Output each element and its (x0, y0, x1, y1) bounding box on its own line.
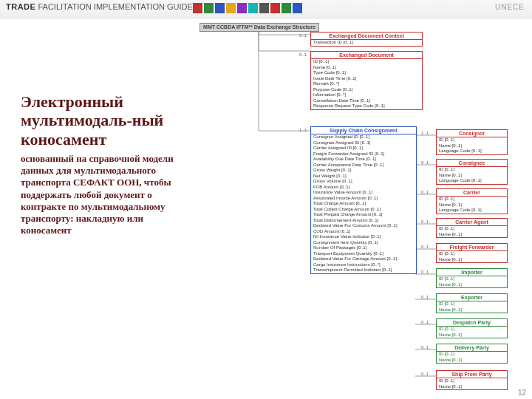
attribute-line: Total Collect Charge Amount [0..1] (311, 207, 416, 213)
slide-content: Электронный мультимодаль-ный коносамент … (0, 18, 532, 399)
box-exchanged-document-context: Exchanged Document Context Transaction I… (310, 32, 423, 47)
attribute-line: Consignee Assigned ID [0..1] (311, 140, 416, 146)
box-title: Consignee (437, 160, 507, 167)
attribute-line: Name [0..1] (437, 143, 507, 149)
box-forwarder: Freight ForwarderID [0..1]Name [0..1] (436, 243, 508, 263)
attribute-line: Declared Value For Carriage Amount [0..1… (311, 256, 416, 262)
cardinality: 0..1 (421, 372, 429, 376)
attribute-line: ID [0..1] (437, 378, 507, 384)
cardinality: 0..1 (299, 33, 307, 38)
cardinality: 0..1 (421, 270, 429, 274)
brand-logo: TRADE FACILITATION IMPLEMENTATION GUIDE (6, 2, 193, 11)
attribute-line: Response Request Type Code [0..1] (311, 103, 422, 109)
attribute-line: ID [0..1] (437, 327, 507, 332)
box-title: Freight Forwarder (437, 244, 507, 251)
attribute-line: ID [0..1] (437, 226, 507, 232)
attribute-line: Transaction ID [0..1] (311, 40, 422, 46)
attribute-line: Name [0..1] (437, 232, 507, 238)
attribute-line: ID [0..1] (437, 137, 507, 143)
brand-sub: FACILITATION IMPLEMENTATION GUIDE (38, 2, 192, 11)
box-title: Ship From Party (437, 371, 507, 378)
brand-main: TRADE (6, 2, 35, 11)
attribute-line: Name [0..1] (437, 384, 507, 390)
attribute-line: Name [0..1] (437, 307, 507, 313)
attribute-line: Gross Volume [0..1] (311, 179, 416, 185)
attribute-line: Freight Forwarder Assigned ID [0..1] (311, 151, 416, 157)
attribute-line: Nil Insurance Value Indicator [0..1] (311, 234, 416, 240)
attribute-line: Name [0..1] (437, 358, 507, 364)
attribute-line: Cancellation Date Time [0..1] (311, 98, 422, 104)
attribute-line: Insurance Value Amount [0..1] (311, 190, 416, 196)
attribute-line: ID [0..1] (437, 251, 507, 257)
attribute-line: Name [0..1] (437, 173, 507, 179)
box-consignee: ConsigneeID [0..1]Name [0..1]Language Co… (436, 159, 508, 185)
box-title: Importer (437, 269, 507, 276)
attribute-line: Name [0..1] (437, 257, 507, 263)
attribute-line: ID [0..1] (311, 59, 422, 65)
attribute-line: Name [0..1] (437, 332, 507, 338)
root-node: MMT CCBDA IFTM** Data Exchange Structure (200, 23, 319, 32)
attribute-line: Type Code [0..1] (311, 70, 422, 76)
slide-title: Электронный мультимодаль-ный коносамент (21, 92, 180, 149)
attribute-line: Associated Invoice Amount [0..1] (311, 196, 416, 202)
attribute-line: Net Weight [0..1] (311, 174, 416, 180)
cardinality: 1..1 (299, 128, 307, 132)
box-delivery: Delivery PartyID [0..1]Name [0..1] (436, 344, 508, 364)
attribute-line: Consignor Assigned ID [0..1] (311, 134, 416, 140)
attribute-line: Language Code [0..1] (437, 208, 507, 214)
attribute-line: COD Amount [0..1] (311, 229, 416, 235)
attribute-line: ID [0..1] (437, 197, 507, 202)
page-number: 12 (518, 389, 526, 397)
attribute-line: Issue Date Time [0..1] (311, 76, 422, 82)
box-shipfrom: Ship From PartyID [0..1]Name [0..1] (436, 370, 508, 390)
cardinality: 0..1 (421, 320, 429, 324)
attribute-line: Information [0..*] (311, 92, 422, 98)
box-title: Carrier (437, 189, 507, 197)
box-consignor: ConsignorID [0..1]Name [0..1]Language Co… (436, 129, 508, 155)
cardinality: 0..1 (421, 295, 429, 299)
box-title: Exporter (437, 294, 507, 301)
slide-text: Электронный мультимодаль-ный коносамент … (21, 92, 180, 237)
box-title: Exchanged Document Context (311, 33, 422, 40)
cardinality: 0..1 (421, 190, 429, 194)
box-supply-chain-consignment: Supply Chain Consignment Consignor Assig… (310, 126, 417, 274)
attribute-line: Remark [0..*] (311, 81, 422, 87)
cardinality: 0..1 (421, 245, 429, 249)
attribute-line: Gross Weight [0..1] (311, 168, 416, 174)
box-exporter: ExporterID [0..1]Name [0..1] (436, 293, 508, 313)
attribute-line: Cargo Insurance Instructions [0..*] (311, 262, 416, 268)
attribute-line: Language Code [0..1] (437, 178, 507, 184)
box-title: Supply Chain Consignment (311, 127, 416, 134)
box-title: Carrier Agent (437, 219, 507, 226)
attribute-line: ID [0..1] (437, 276, 507, 282)
attribute-line: Purpose Code [0..1] (311, 87, 422, 93)
cardinality: 0..1 (421, 219, 429, 224)
attribute-line: Name [0..1] (437, 282, 507, 288)
attribute-line: Availability Due Date Time [0..1] (311, 157, 416, 163)
org-label: UNECE (495, 3, 525, 11)
color-stripe (192, 3, 303, 13)
attribute-line: Name [0..1] (311, 65, 422, 71)
attribute-line: Transport Equipment Quantity [0..1] (311, 251, 416, 257)
cardinality: 0..1 (299, 52, 307, 57)
attribute-line: ID [0..1] (437, 301, 507, 307)
attribute-line: Language Code [0..1] (437, 149, 507, 154)
cardinality: 0..1 (421, 345, 429, 349)
box-despatch: Despatch PartyID [0..1]Name [0..1] (436, 318, 508, 338)
attribute-line: Total Prepaid Charge Amount [0..1] (311, 212, 416, 218)
box-title: Despatch Party (437, 319, 507, 327)
slide-body: основанный на справочной модели данных д… (21, 153, 180, 237)
data-model-diagram: MMT CCBDA IFTM** Data Exchange Structure… (192, 18, 525, 399)
attribute-line: Carrier Acceptance Date Time [0..1] (311, 163, 416, 168)
attribute-line: Transshipment Permitted Indicator [0..1] (311, 267, 416, 273)
box-agent: Carrier AgentID [0..1]Name [0..1] (436, 218, 508, 238)
attribute-line: Total Charge Amount [0..1] (311, 201, 416, 207)
box-exchanged-document: Exchanged Document ID [0..1]Name [0..1]T… (310, 51, 423, 110)
attribute-line: Consignment Item Quantity [0..1] (311, 240, 416, 246)
attribute-line: Declared Value For Customs Amount [0..1] (311, 223, 416, 229)
attribute-line: Carrier Assigned ID [0..1] (311, 146, 416, 151)
attribute-line: Total Disbursement Amount [0..1] (311, 218, 416, 224)
box-title: Delivery Party (437, 344, 507, 352)
attribute-line: Number Of Packages [0..1] (311, 245, 416, 251)
app-header: TRADE FACILITATION IMPLEMENTATION GUIDE … (0, 0, 532, 18)
